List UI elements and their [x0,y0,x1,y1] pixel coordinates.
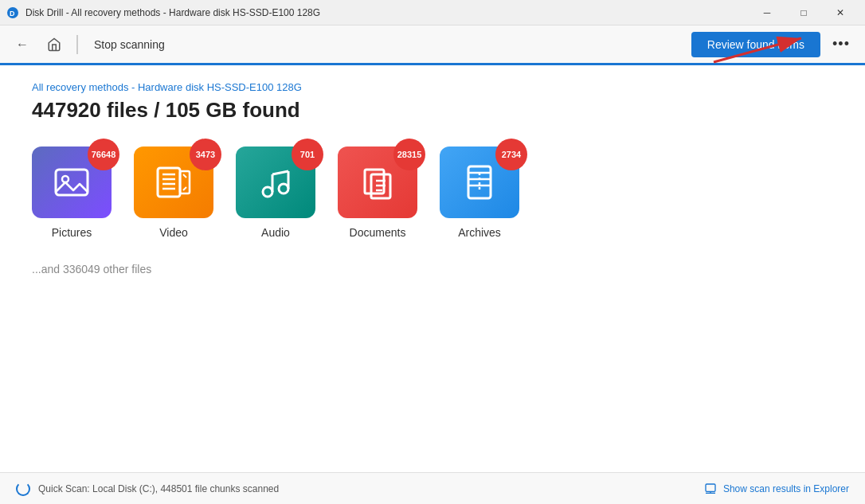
back-button[interactable]: ← [10,32,35,57]
video-icon [155,163,193,201]
scanning-spinner [16,482,30,496]
subtitle-prefix: All recovery methods - [32,81,138,93]
more-options-button[interactable]: ••• [827,30,855,59]
stop-scanning-label: Stop scanning [94,38,165,51]
documents-card: 28315 [338,147,417,218]
show-results-link[interactable]: Show scan results in Explorer [704,483,849,495]
video-badge: 3473 [190,139,221,170]
toolbar-left: ← Stop scanning [10,32,165,57]
status-bar: Quick Scan: Local Disk (C:), 448501 file… [0,472,865,504]
pictures-label: Pictures [52,226,92,239]
documents-badge: 28315 [393,139,425,170]
main-content: All recovery methods - Hardware disk HS-… [0,65,865,291]
category-audio[interactable]: 701 Audio [236,147,315,239]
app-icon: D [6,6,19,19]
video-label: Video [159,226,188,239]
svg-rect-4 [56,170,88,195]
pictures-icon [53,163,91,201]
review-found-items-button[interactable]: Review found items [691,32,820,57]
archives-label: Archives [458,226,501,239]
status-text: Quick Scan: Local Disk (C:), 448501 file… [38,483,279,494]
svg-line-13 [183,187,186,190]
category-archives[interactable]: 2734 Archives [440,147,519,239]
pictures-badge: 76648 [88,139,119,170]
video-card: 3473 [134,147,213,218]
home-button[interactable] [41,32,67,57]
audio-icon [256,163,295,201]
documents-label: Documents [350,226,406,239]
subtitle: All recovery methods - Hardware disk HS-… [32,81,833,93]
category-pictures[interactable]: 76648 Pictures [32,147,112,239]
categories-container: 76648 Pictures 3473 Video [32,147,833,239]
svg-point-15 [279,184,288,193]
svg-rect-29 [706,484,715,491]
toolbar-divider [76,35,78,54]
archives-card: 2734 [440,147,519,218]
archives-badge: 2734 [495,139,527,170]
title-bar-left: D Disk Drill - All recovery methods - Ha… [6,6,320,19]
svg-rect-6 [158,168,180,197]
maximize-button[interactable]: □ [785,0,822,25]
svg-line-12 [183,174,186,178]
window-title: Disk Drill - All recovery methods - Hard… [25,7,320,18]
window-controls: ─ □ ✕ [749,0,859,25]
category-video[interactable]: 3473 Video [134,147,213,239]
main-title: 447920 files / 105 GB found [32,98,833,123]
svg-rect-11 [180,171,190,193]
category-documents[interactable]: 28315 Documents [338,147,417,239]
toolbar-right: Review found items ••• [691,30,855,59]
svg-point-14 [263,187,272,197]
subtitle-disk: Hardware disk HS-SSD-E100 128G [138,81,302,93]
archives-icon [460,163,499,201]
pictures-card: 76648 [32,147,112,218]
minimize-button[interactable]: ─ [749,0,785,25]
svg-text:D: D [10,10,15,18]
audio-card: 701 [236,147,315,218]
toolbar: ← Stop scanning Review found items ••• [0,25,865,65]
documents-icon [358,163,397,201]
show-results-label: Show scan results in Explorer [723,483,849,494]
other-files-text: ...and 336049 other files [32,263,833,275]
audio-label: Audio [261,226,290,239]
svg-line-18 [272,171,288,174]
close-button[interactable]: ✕ [822,0,859,25]
title-bar: D Disk Drill - All recovery methods - Ha… [0,0,865,25]
explorer-icon [704,483,717,495]
status-left: Quick Scan: Local Disk (C:), 448501 file… [16,482,279,496]
audio-badge: 701 [292,139,323,170]
